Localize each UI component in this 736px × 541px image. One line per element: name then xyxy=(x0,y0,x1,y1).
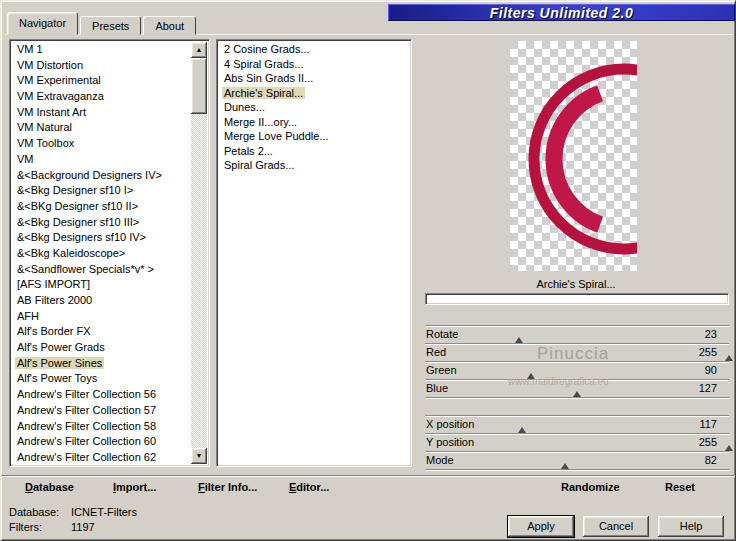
category-item-label: Andrew's Filter Collection 58 xyxy=(15,420,158,432)
slider-label: Y position xyxy=(426,435,474,450)
category-item-label: AFH xyxy=(15,310,41,322)
filter-item[interactable]: Archie's Spiral... xyxy=(219,86,409,101)
slider-label: Red xyxy=(426,345,446,360)
category-item-label: &<Bkg Kaleidoscope> xyxy=(15,247,127,259)
category-item-label: &<Bkg Designer sf10 I> xyxy=(15,184,135,196)
category-item[interactable]: &<Bkg Designer sf10 I> xyxy=(12,183,191,199)
category-item[interactable]: VM Extravaganza xyxy=(12,89,191,105)
slider-row[interactable]: Y position 255 xyxy=(425,434,729,452)
filter-item[interactable]: Spiral Grads... xyxy=(219,158,409,173)
status-filters-label: Filters: xyxy=(9,521,71,533)
category-item[interactable]: AB Filters 2000 xyxy=(12,293,191,309)
category-item[interactable]: Alf's Power Toys xyxy=(12,371,191,387)
command-bar: Database Import... Filter Info... Editor… xyxy=(1,475,736,500)
category-item[interactable]: Andrew's Filter Collection 58 xyxy=(12,419,191,435)
scrollbar-thumb[interactable] xyxy=(191,58,207,114)
filter-item[interactable]: 2 Cosine Grads... xyxy=(219,42,409,57)
category-list-items: VM 1 VM Distortion VM Experimental VM Ex… xyxy=(12,42,191,464)
category-item-label: &<BKg Designer sf10 II> xyxy=(15,200,140,212)
filter-item-label: Abs Sin Grads II... xyxy=(222,72,315,84)
preview-image[interactable] xyxy=(510,41,637,271)
category-item-label: AB Filters 2000 xyxy=(15,294,94,306)
cancel-button[interactable]: Cancel xyxy=(583,516,649,537)
category-item-label: VM xyxy=(15,153,36,165)
category-item-label: Andrew's Filter Collection 60 xyxy=(15,435,158,447)
category-item[interactable]: Alf's Power Sines xyxy=(12,356,191,372)
slider-label: Blue xyxy=(426,381,448,396)
filter-item[interactable]: 4 Spiral Grads... xyxy=(219,57,409,72)
database-button[interactable]: Database xyxy=(25,481,74,493)
category-item-label: Alf's Power Grads xyxy=(15,341,107,353)
category-item[interactable]: &<Bkg Designers sf10 IV> xyxy=(12,230,191,246)
category-item[interactable]: VM Distortion xyxy=(12,58,191,74)
category-item-label: &<Bkg Designers sf10 IV> xyxy=(15,231,148,243)
category-item[interactable]: VM Instant Art xyxy=(12,105,191,121)
slider-thumb-icon[interactable] xyxy=(573,391,581,397)
filter-item-label: Dunes... xyxy=(222,101,267,113)
scroll-down-icon[interactable]: ▼ xyxy=(191,448,207,464)
slider-thumb-icon[interactable] xyxy=(561,463,569,469)
filter-item[interactable]: Abs Sin Grads II... xyxy=(219,71,409,86)
category-item-label: Andrew's Filter Collection 56 xyxy=(15,388,158,400)
tab-about[interactable]: About xyxy=(143,16,196,35)
category-item[interactable]: &<Sandflower Specials*v* > xyxy=(12,262,191,278)
category-item[interactable]: Andrew's Filter Collection 60 xyxy=(12,434,191,450)
category-item[interactable]: VM Experimental xyxy=(12,73,191,89)
filter-item[interactable]: Petals 2... xyxy=(219,144,409,159)
editor-button[interactable]: Editor... xyxy=(289,481,329,493)
category-item[interactable]: AFH xyxy=(12,309,191,325)
category-item-label: Andrew's Filter Collection 62 xyxy=(15,451,158,463)
slider-thumb-icon[interactable] xyxy=(515,337,523,343)
slider-group-position: X position 117 Y position 255 Mode 82 xyxy=(425,415,729,470)
filter-item[interactable]: Merge II...ory... xyxy=(219,115,409,130)
status-database-label: Database: xyxy=(9,506,71,518)
filter-item-label: 4 Spiral Grads... xyxy=(222,58,305,70)
tab-bar: Navigator Presets About xyxy=(7,12,198,35)
slider-thumb-icon[interactable] xyxy=(725,355,733,361)
tab-navigator[interactable]: Navigator xyxy=(7,12,78,35)
filter-item[interactable]: Merge Love Puddle... xyxy=(219,129,409,144)
filter-item[interactable]: Dunes... xyxy=(219,100,409,115)
slider-row[interactable]: Green 90 xyxy=(425,362,729,380)
slider-row[interactable]: Blue 127 xyxy=(425,380,729,398)
category-item-label: Andrew's Filter Collection 57 xyxy=(15,404,158,416)
category-item[interactable]: VM Natural xyxy=(12,120,191,136)
import-button[interactable]: Import... xyxy=(113,481,156,493)
category-item[interactable]: VM Toolbox xyxy=(12,136,191,152)
reset-button[interactable]: Reset xyxy=(665,481,695,493)
tab-presets[interactable]: Presets xyxy=(80,16,141,35)
apply-button[interactable]: Apply xyxy=(508,516,574,537)
category-item-label: VM Toolbox xyxy=(15,137,76,149)
category-item[interactable]: &<Bkg Designer sf10 III> xyxy=(12,215,191,231)
category-item[interactable]: &<Background Designers IV> xyxy=(12,168,191,184)
slider-label: Green xyxy=(426,363,457,378)
slider-thumb-icon[interactable] xyxy=(518,427,526,433)
category-item-label: Alf's Power Sines xyxy=(15,357,104,369)
slider-row[interactable]: X position 117 xyxy=(425,416,729,434)
category-item-label: [AFS IMPORT] xyxy=(15,278,92,290)
category-item[interactable]: VM 1 xyxy=(12,42,191,58)
category-scrollbar[interactable]: ▲ ▼ xyxy=(191,42,207,464)
slider-thumb-icon[interactable] xyxy=(527,373,535,379)
category-item[interactable]: &<Bkg Kaleidoscope> xyxy=(12,246,191,262)
category-item-label: &<Background Designers IV> xyxy=(15,169,164,181)
scroll-up-icon[interactable]: ▲ xyxy=(191,42,207,58)
category-item[interactable]: VM xyxy=(12,152,191,168)
slider-row[interactable]: Red 255 xyxy=(425,344,729,362)
category-list: VM 1 VM Distortion VM Experimental VM Ex… xyxy=(9,39,210,467)
category-item[interactable]: Alf's Border FX xyxy=(12,324,191,340)
help-button[interactable]: Help xyxy=(658,516,724,537)
filter-info-button[interactable]: Filter Info... xyxy=(198,481,257,493)
filter-list-items: 2 Cosine Grads... 4 Spiral Grads... Abs … xyxy=(219,42,409,464)
category-item[interactable]: Andrew's Filter Collection 57 xyxy=(12,403,191,419)
category-item[interactable]: Alf's Power Grads xyxy=(12,340,191,356)
filter-item-label: 2 Cosine Grads... xyxy=(222,43,312,55)
slider-row[interactable]: Rotate 23 xyxy=(425,326,729,344)
slider-row[interactable]: Mode 82 xyxy=(425,452,729,470)
category-item[interactable]: Andrew's Filter Collection 62 xyxy=(12,450,191,464)
category-item[interactable]: [AFS IMPORT] xyxy=(12,277,191,293)
category-item[interactable]: Andrew's Filter Collection 56 xyxy=(12,387,191,403)
category-item[interactable]: &<BKg Designer sf10 II> xyxy=(12,199,191,215)
slider-thumb-icon[interactable] xyxy=(725,445,733,451)
randomize-button[interactable]: Randomize xyxy=(561,481,620,493)
